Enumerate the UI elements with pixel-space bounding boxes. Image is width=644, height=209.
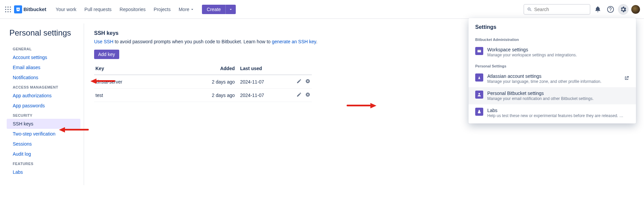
dropdown-heading: Personal Settings [469,61,636,70]
svg-point-14 [479,93,480,95]
add-key-button[interactable]: Add key [94,50,119,59]
intro-mid: to avoid password prompts when you push … [114,39,272,44]
generate-key-link[interactable]: generate an SSH key [272,39,316,44]
nav-links: Your work Pull requests Repositories Pro… [52,4,198,15]
nav-more[interactable]: More [175,4,198,15]
svg-point-4 [7,9,8,10]
delete-icon[interactable] [305,79,310,85]
search-box[interactable] [523,4,590,15]
svg-point-8 [10,11,11,12]
table-row: kinsta-server2 days ago2024-11-07 [94,75,312,89]
sidebar-item-app-passwords[interactable]: App passwords [7,101,80,111]
dropdown-item-title: Personal Bitbucket settings [487,91,629,96]
table-header: Key Added Last used [94,62,312,75]
cell-used: 2024-11-07 [240,93,287,98]
svg-point-5 [10,9,11,10]
atlassian-icon [475,73,483,82]
top-nav: Bitbucket Your work Pull requests Reposi… [0,0,644,19]
sidebar-item-ssh-keys[interactable]: SSH keys [7,119,80,129]
dropdown-item-desc: Manage your email notification and other… [487,96,629,101]
chevron-down-icon [190,7,195,12]
sidebar-item-labs[interactable]: Labs [7,167,80,177]
settings-icon[interactable] [618,4,629,15]
dropdown-item-title: Workspace settings [487,47,629,52]
search-input[interactable] [534,7,587,12]
sidebar-item-two-step-verification[interactable]: Two-step verification [7,129,80,139]
search-icon [527,7,532,12]
svg-point-2 [10,6,11,7]
help-icon[interactable] [605,4,616,15]
nav-your-work[interactable]: Your work [52,4,80,15]
col-key: Key [95,66,200,71]
nav-projects[interactable]: Projects [150,4,174,15]
intro-suffix: . [316,39,317,44]
edit-icon[interactable] [296,79,302,85]
svg-point-7 [7,11,8,12]
nav-pull-requests[interactable]: Pull requests [81,4,115,15]
svg-point-3 [5,9,6,10]
chevron-down-icon [228,7,233,12]
create-button[interactable]: Create [202,5,225,14]
sidebar-heading: SECURITY [7,111,80,119]
nav-more-label: More [178,7,189,12]
dropdown-item-atlassian-account-settings[interactable]: Atlassian account settingsManage your la… [469,70,636,87]
use-ssh-link[interactable]: Use SSH [94,39,114,44]
sidebar-item-app-authorizations[interactable]: App authorizations [7,91,80,101]
svg-point-0 [5,6,6,7]
table-row: test2 days ago2024-11-07 [94,89,312,102]
external-link-icon [624,75,629,82]
dropdown-item-title: Atlassian account settings [487,73,620,79]
sidebar-item-sessions[interactable]: Sessions [7,139,80,149]
svg-rect-13 [478,50,481,50]
create-dropdown-button[interactable] [225,5,236,14]
bitbucket-logo-icon [14,5,22,13]
dropdown-item-workspace-settings[interactable]: Workspace settingsManage your workspace … [469,44,636,61]
brand[interactable]: Bitbucket [14,5,46,13]
sidebar-heading: FEATURES [7,159,80,167]
col-added: Added [200,66,240,71]
sidebar-heading: ACCESS MANAGEMENT [7,83,80,91]
sidebar-item-email-aliases[interactable]: Email aliases [7,62,80,72]
dropdown-item-desc: Manage your workspace settings and integ… [487,53,629,57]
person-icon [475,91,483,99]
app-switcher-icon[interactable] [4,5,12,13]
page-title: Personal settings [9,28,80,38]
notifications-icon[interactable] [592,4,603,15]
sidebar-heading: GENERAL [7,44,80,52]
dropdown-title: Settings [469,24,636,34]
dropdown-item-desc: Help us test these new or experimental f… [487,113,629,118]
ssh-keys-table: Key Added Last used kinsta-server2 days … [94,62,312,102]
col-used: Last used [240,66,287,71]
cell-added: 2 days ago [200,93,240,98]
brand-name: Bitbucket [23,6,46,12]
cell-added: 2 days ago [200,79,240,85]
delete-icon[interactable] [305,92,310,98]
dropdown-item-title: Labs [487,108,629,113]
dropdown-heading: Bitbucket Administration [469,34,636,44]
sidebar: Personal settings GENERALAccount setting… [0,19,84,185]
dropdown-item-personal-bitbucket-settings[interactable]: Personal Bitbucket settingsManage your e… [469,87,636,104]
svg-point-1 [7,6,8,7]
avatar[interactable] [631,5,640,14]
sidebar-item-account-settings[interactable]: Account settings [7,52,80,62]
cell-used: 2024-11-07 [240,79,287,85]
workspace-icon [475,47,483,55]
edit-icon[interactable] [296,92,302,98]
sidebar-item-notifications[interactable]: Notifications [7,72,80,83]
settings-dropdown: Settings Bitbucket AdministrationWorkspa… [469,18,636,123]
svg-point-6 [5,11,6,12]
create-button-group: Create [202,5,236,14]
nav-repositories[interactable]: Repositories [116,4,149,15]
labs-icon [475,108,483,116]
dropdown-item-desc: Manage your language, time zone, and oth… [487,79,620,84]
cell-key: test [95,93,200,98]
sidebar-item-audit-log[interactable]: Audit log [7,149,80,159]
dropdown-item-labs[interactable]: LabsHelp us test these new or experiment… [469,104,636,121]
cell-key: kinsta-server [95,79,200,85]
